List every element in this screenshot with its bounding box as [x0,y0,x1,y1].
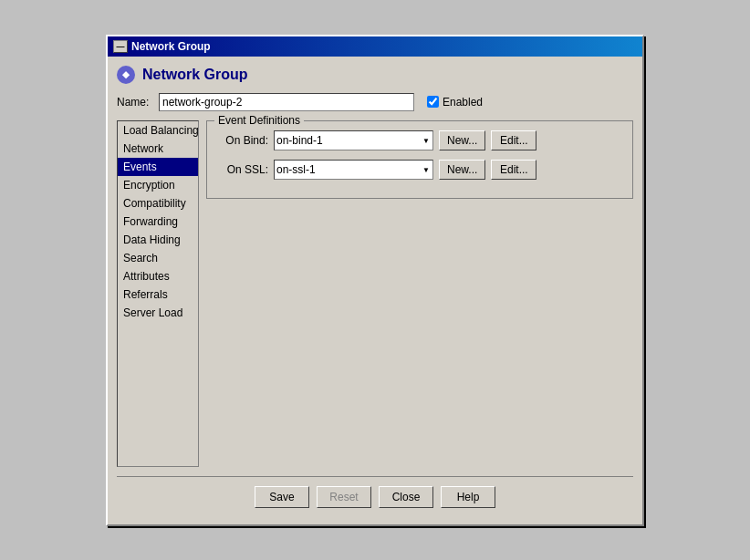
close-button[interactable]: Close [379,486,433,508]
on-ssl-row: On SSL: on-ssl-1 New... Edit... [218,160,621,180]
window-title: Network Group [131,40,211,53]
main-window: — Network Group ◆ Network Group Name: En… [106,35,644,526]
name-label: Name: [117,96,153,109]
sidebar-item-load-balancing[interactable]: Load Balancing [118,121,198,140]
sidebar-item-encryption[interactable]: Encryption [118,176,198,194]
window-body: ◆ Network Group Name: Enabled Load Balan… [108,57,642,524]
content-panel: Event Definitions On Bind: on-bind-1 New… [206,120,633,467]
on-bind-edit-button[interactable]: Edit... [491,130,536,150]
on-bind-select-wrapper: on-bind-1 [274,130,433,150]
enabled-label: Enabled [443,96,483,109]
name-input[interactable] [159,93,414,111]
on-ssl-new-button[interactable]: New... [439,160,485,180]
sidebar-item-events[interactable]: Events [118,158,198,176]
save-button[interactable]: Save [255,486,309,508]
on-ssl-select[interactable]: on-ssl-1 [274,160,433,180]
enabled-check-group: Enabled [427,96,483,109]
title-bar-left: — Network Group [113,40,211,53]
window-header: ◆ Network Group [117,66,633,84]
sidebar: Load Balancing Network Events Encryption… [117,120,199,467]
on-ssl-label: On SSL: [218,163,268,176]
sidebar-item-attributes[interactable]: Attributes [118,267,198,285]
sidebar-item-compatibility[interactable]: Compatibility [118,194,198,213]
header-title: Network Group [142,67,248,83]
sidebar-item-data-hiding[interactable]: Data Hiding [118,231,198,249]
sidebar-item-server-load[interactable]: Server Load [118,304,198,322]
help-button[interactable]: Help [441,486,495,508]
enabled-checkbox[interactable] [427,96,439,108]
sidebar-item-search[interactable]: Search [118,249,198,267]
sidebar-item-network[interactable]: Network [118,140,198,158]
reset-button[interactable]: Reset [317,486,371,508]
sidebar-item-forwarding[interactable]: Forwarding [118,213,198,231]
on-bind-label: On Bind: [218,134,268,147]
on-bind-row: On Bind: on-bind-1 New... Edit... [218,130,621,150]
header-icon: ◆ [117,66,135,84]
on-bind-select[interactable]: on-bind-1 [274,130,433,150]
main-area: Load Balancing Network Events Encryption… [117,120,633,467]
footer: Save Reset Close Help [117,476,633,515]
sidebar-item-referrals[interactable]: Referrals [118,285,198,304]
on-bind-new-button[interactable]: New... [439,130,485,150]
event-definitions-group: Event Definitions On Bind: on-bind-1 New… [206,120,633,199]
event-definitions-legend: Event Definitions [214,114,304,127]
on-ssl-select-wrapper: on-ssl-1 [274,160,433,180]
name-row: Name: Enabled [117,93,633,111]
title-bar: — Network Group [108,36,642,57]
sys-menu-button[interactable]: — [113,40,128,53]
on-ssl-edit-button[interactable]: Edit... [491,160,536,180]
